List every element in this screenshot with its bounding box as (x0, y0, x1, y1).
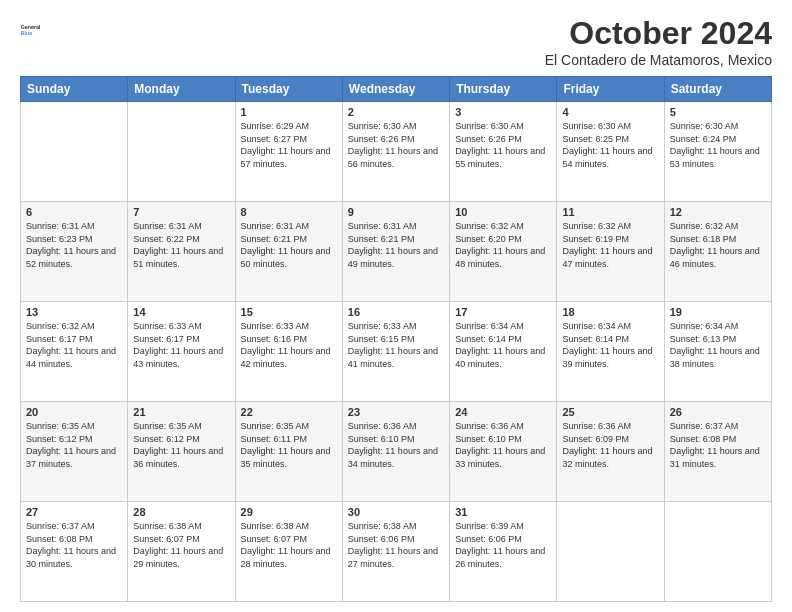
week-row-2: 6Sunrise: 6:31 AM Sunset: 6:23 PM Daylig… (21, 202, 772, 302)
col-saturday: Saturday (664, 77, 771, 102)
col-tuesday: Tuesday (235, 77, 342, 102)
day-info: Sunrise: 6:39 AM Sunset: 6:06 PM Dayligh… (455, 520, 551, 570)
day-cell: 20Sunrise: 6:35 AM Sunset: 6:12 PM Dayli… (21, 402, 128, 502)
col-wednesday: Wednesday (342, 77, 449, 102)
day-info: Sunrise: 6:37 AM Sunset: 6:08 PM Dayligh… (670, 420, 766, 470)
day-cell: 15Sunrise: 6:33 AM Sunset: 6:16 PM Dayli… (235, 302, 342, 402)
day-cell: 27Sunrise: 6:37 AM Sunset: 6:08 PM Dayli… (21, 502, 128, 602)
week-row-4: 20Sunrise: 6:35 AM Sunset: 6:12 PM Dayli… (21, 402, 772, 502)
day-info: Sunrise: 6:32 AM Sunset: 6:19 PM Dayligh… (562, 220, 658, 270)
logo-icon: General Blue (20, 15, 50, 45)
day-cell: 13Sunrise: 6:32 AM Sunset: 6:17 PM Dayli… (21, 302, 128, 402)
day-cell: 9Sunrise: 6:31 AM Sunset: 6:21 PM Daylig… (342, 202, 449, 302)
day-number: 31 (455, 506, 551, 518)
day-number: 1 (241, 106, 337, 118)
day-number: 30 (348, 506, 444, 518)
day-number: 16 (348, 306, 444, 318)
day-cell: 6Sunrise: 6:31 AM Sunset: 6:23 PM Daylig… (21, 202, 128, 302)
day-info: Sunrise: 6:36 AM Sunset: 6:09 PM Dayligh… (562, 420, 658, 470)
day-number: 20 (26, 406, 122, 418)
day-info: Sunrise: 6:36 AM Sunset: 6:10 PM Dayligh… (455, 420, 551, 470)
day-number: 3 (455, 106, 551, 118)
day-cell: 29Sunrise: 6:38 AM Sunset: 6:07 PM Dayli… (235, 502, 342, 602)
logo: General Blue (20, 15, 50, 45)
day-info: Sunrise: 6:32 AM Sunset: 6:18 PM Dayligh… (670, 220, 766, 270)
day-cell: 4Sunrise: 6:30 AM Sunset: 6:25 PM Daylig… (557, 102, 664, 202)
week-row-5: 27Sunrise: 6:37 AM Sunset: 6:08 PM Dayli… (21, 502, 772, 602)
day-info: Sunrise: 6:30 AM Sunset: 6:24 PM Dayligh… (670, 120, 766, 170)
day-number: 21 (133, 406, 229, 418)
day-number: 25 (562, 406, 658, 418)
day-info: Sunrise: 6:29 AM Sunset: 6:27 PM Dayligh… (241, 120, 337, 170)
week-row-1: 1Sunrise: 6:29 AM Sunset: 6:27 PM Daylig… (21, 102, 772, 202)
day-info: Sunrise: 6:34 AM Sunset: 6:14 PM Dayligh… (562, 320, 658, 370)
col-monday: Monday (128, 77, 235, 102)
day-number: 7 (133, 206, 229, 218)
day-cell: 17Sunrise: 6:34 AM Sunset: 6:14 PM Dayli… (450, 302, 557, 402)
day-cell: 23Sunrise: 6:36 AM Sunset: 6:10 PM Dayli… (342, 402, 449, 502)
day-info: Sunrise: 6:31 AM Sunset: 6:22 PM Dayligh… (133, 220, 229, 270)
title-block: October 2024 El Contadero de Matamoros, … (545, 15, 772, 68)
location: El Contadero de Matamoros, Mexico (545, 52, 772, 68)
day-cell: 21Sunrise: 6:35 AM Sunset: 6:12 PM Dayli… (128, 402, 235, 502)
day-info: Sunrise: 6:35 AM Sunset: 6:11 PM Dayligh… (241, 420, 337, 470)
header: General Blue October 2024 El Contadero d… (20, 15, 772, 68)
day-number: 28 (133, 506, 229, 518)
day-cell: 5Sunrise: 6:30 AM Sunset: 6:24 PM Daylig… (664, 102, 771, 202)
day-number: 12 (670, 206, 766, 218)
day-number: 14 (133, 306, 229, 318)
day-number: 19 (670, 306, 766, 318)
day-info: Sunrise: 6:32 AM Sunset: 6:17 PM Dayligh… (26, 320, 122, 370)
day-number: 8 (241, 206, 337, 218)
day-cell: 7Sunrise: 6:31 AM Sunset: 6:22 PM Daylig… (128, 202, 235, 302)
day-cell: 31Sunrise: 6:39 AM Sunset: 6:06 PM Dayli… (450, 502, 557, 602)
day-cell (557, 502, 664, 602)
day-cell: 19Sunrise: 6:34 AM Sunset: 6:13 PM Dayli… (664, 302, 771, 402)
day-number: 10 (455, 206, 551, 218)
day-info: Sunrise: 6:34 AM Sunset: 6:14 PM Dayligh… (455, 320, 551, 370)
day-info: Sunrise: 6:31 AM Sunset: 6:21 PM Dayligh… (348, 220, 444, 270)
day-cell: 24Sunrise: 6:36 AM Sunset: 6:10 PM Dayli… (450, 402, 557, 502)
day-number: 29 (241, 506, 337, 518)
day-cell: 26Sunrise: 6:37 AM Sunset: 6:08 PM Dayli… (664, 402, 771, 502)
day-number: 6 (26, 206, 122, 218)
day-number: 13 (26, 306, 122, 318)
day-number: 27 (26, 506, 122, 518)
day-info: Sunrise: 6:37 AM Sunset: 6:08 PM Dayligh… (26, 520, 122, 570)
day-cell: 8Sunrise: 6:31 AM Sunset: 6:21 PM Daylig… (235, 202, 342, 302)
day-number: 26 (670, 406, 766, 418)
day-info: Sunrise: 6:38 AM Sunset: 6:07 PM Dayligh… (133, 520, 229, 570)
day-info: Sunrise: 6:38 AM Sunset: 6:07 PM Dayligh… (241, 520, 337, 570)
day-info: Sunrise: 6:33 AM Sunset: 6:15 PM Dayligh… (348, 320, 444, 370)
day-cell: 25Sunrise: 6:36 AM Sunset: 6:09 PM Dayli… (557, 402, 664, 502)
day-cell: 12Sunrise: 6:32 AM Sunset: 6:18 PM Dayli… (664, 202, 771, 302)
svg-text:Blue: Blue (21, 30, 32, 36)
day-cell: 3Sunrise: 6:30 AM Sunset: 6:26 PM Daylig… (450, 102, 557, 202)
day-info: Sunrise: 6:31 AM Sunset: 6:21 PM Dayligh… (241, 220, 337, 270)
day-info: Sunrise: 6:33 AM Sunset: 6:16 PM Dayligh… (241, 320, 337, 370)
day-info: Sunrise: 6:36 AM Sunset: 6:10 PM Dayligh… (348, 420, 444, 470)
day-number: 15 (241, 306, 337, 318)
day-cell: 16Sunrise: 6:33 AM Sunset: 6:15 PM Dayli… (342, 302, 449, 402)
day-cell: 22Sunrise: 6:35 AM Sunset: 6:11 PM Dayli… (235, 402, 342, 502)
col-friday: Friday (557, 77, 664, 102)
day-number: 23 (348, 406, 444, 418)
col-thursday: Thursday (450, 77, 557, 102)
day-info: Sunrise: 6:32 AM Sunset: 6:20 PM Dayligh… (455, 220, 551, 270)
day-cell: 28Sunrise: 6:38 AM Sunset: 6:07 PM Dayli… (128, 502, 235, 602)
day-info: Sunrise: 6:38 AM Sunset: 6:06 PM Dayligh… (348, 520, 444, 570)
col-sunday: Sunday (21, 77, 128, 102)
day-cell: 30Sunrise: 6:38 AM Sunset: 6:06 PM Dayli… (342, 502, 449, 602)
day-cell (21, 102, 128, 202)
calendar-table: Sunday Monday Tuesday Wednesday Thursday… (20, 76, 772, 602)
day-info: Sunrise: 6:33 AM Sunset: 6:17 PM Dayligh… (133, 320, 229, 370)
day-cell: 18Sunrise: 6:34 AM Sunset: 6:14 PM Dayli… (557, 302, 664, 402)
day-info: Sunrise: 6:30 AM Sunset: 6:26 PM Dayligh… (348, 120, 444, 170)
day-cell: 11Sunrise: 6:32 AM Sunset: 6:19 PM Dayli… (557, 202, 664, 302)
month-title: October 2024 (545, 15, 772, 52)
day-cell (128, 102, 235, 202)
day-number: 22 (241, 406, 337, 418)
day-cell: 1Sunrise: 6:29 AM Sunset: 6:27 PM Daylig… (235, 102, 342, 202)
day-info: Sunrise: 6:35 AM Sunset: 6:12 PM Dayligh… (26, 420, 122, 470)
calendar-header-row: Sunday Monday Tuesday Wednesday Thursday… (21, 77, 772, 102)
